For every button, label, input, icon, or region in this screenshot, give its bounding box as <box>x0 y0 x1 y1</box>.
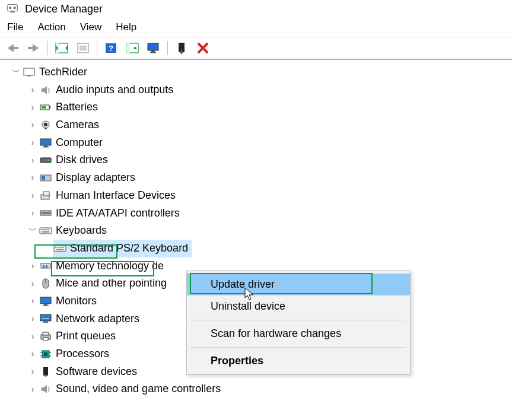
menu-file[interactable]: File <box>7 21 23 33</box>
svg-rect-56 <box>46 265 47 268</box>
svg-rect-46 <box>42 231 49 233</box>
svg-rect-30 <box>44 145 47 147</box>
context-menu-properties[interactable]: Properties <box>187 350 410 372</box>
svg-rect-37 <box>43 192 49 196</box>
menu-view[interactable]: View <box>80 21 102 33</box>
help-button[interactable]: ? <box>102 40 120 56</box>
collapse-icon[interactable]: ﹀ <box>11 65 21 79</box>
expand-icon[interactable]: › <box>27 312 38 326</box>
svg-rect-48 <box>55 247 56 248</box>
context-menu-item-label: Properties <box>211 355 263 367</box>
tree-node-audio[interactable]: › Audio inputs and outputs <box>2 81 510 99</box>
svg-rect-20 <box>181 49 182 52</box>
computer-root-icon <box>23 66 36 78</box>
software-device-icon <box>39 366 52 378</box>
expand-icon[interactable]: › <box>27 83 38 97</box>
battery-icon <box>39 101 52 113</box>
menu-bar: File Action View Help <box>0 18 512 37</box>
memory-icon <box>39 260 52 272</box>
tree-node-hid[interactable]: › Human Interface Devices <box>2 187 510 205</box>
expand-icon[interactable]: › <box>27 365 38 378</box>
svg-point-27 <box>44 123 47 126</box>
svg-rect-55 <box>43 265 44 268</box>
svg-rect-31 <box>43 147 49 148</box>
svg-rect-28 <box>44 128 47 129</box>
uninstall-button[interactable] <box>194 40 212 56</box>
svg-rect-24 <box>49 106 50 109</box>
context-menu: Update driver Uninstall device Scan for … <box>186 271 411 375</box>
tree-node-computer[interactable]: › Computer <box>2 134 510 152</box>
expand-icon[interactable]: › <box>27 383 38 396</box>
expand-icon[interactable]: › <box>27 347 38 361</box>
hid-icon <box>39 190 52 202</box>
expand-icon[interactable]: › <box>27 259 38 273</box>
monitor-button[interactable] <box>145 40 163 56</box>
expand-icon[interactable]: › <box>27 277 38 291</box>
svg-rect-49 <box>57 247 58 248</box>
tree-node-label: Sound, video and game controllers <box>56 380 221 398</box>
speaker-icon <box>39 84 52 96</box>
svg-rect-61 <box>43 305 49 306</box>
keyboard-icon <box>39 225 52 237</box>
svg-rect-5 <box>28 47 34 49</box>
context-menu-scan[interactable]: Scan for hardware changes <box>187 323 410 345</box>
svg-point-33 <box>48 160 50 161</box>
tree-node-label: Disk drives <box>56 151 108 169</box>
tree-node-label: Keyboards <box>56 222 107 240</box>
svg-rect-73 <box>43 367 48 376</box>
svg-rect-39 <box>42 212 50 214</box>
svg-text:?: ? <box>109 44 113 53</box>
tree-node-display[interactable]: › Display adapters <box>2 169 510 187</box>
svg-rect-66 <box>43 338 48 341</box>
expand-icon[interactable]: › <box>27 154 38 167</box>
tree-device-label: Standard PS/2 Keyboard <box>70 240 188 257</box>
tree-node-keyboards[interactable]: ﹀ Keyboards <box>2 222 510 240</box>
svg-rect-22 <box>27 75 31 77</box>
tree-node-disk[interactable]: › Disk drives <box>2 151 510 169</box>
svg-rect-16 <box>148 43 158 50</box>
tree-node-label: Audio inputs and outputs <box>56 81 173 99</box>
update-driver-button[interactable] <box>173 40 190 56</box>
toolbar-separator <box>47 41 48 55</box>
forward-button[interactable] <box>25 40 43 56</box>
tree-root[interactable]: ﹀ TechRider <box>2 63 510 81</box>
expand-icon[interactable]: › <box>27 294 38 308</box>
menu-help[interactable]: Help <box>116 21 136 33</box>
properties-button[interactable] <box>74 40 92 56</box>
expand-icon[interactable]: › <box>27 101 38 114</box>
expand-icon[interactable]: › <box>27 171 38 184</box>
tree-node-label: Computer <box>56 134 103 152</box>
context-menu-update-driver[interactable]: Update driver <box>187 273 410 295</box>
svg-rect-41 <box>41 229 42 230</box>
tree-node-ide[interactable]: › IDE ATA/ATAPI controllers <box>2 205 510 222</box>
back-button[interactable] <box>4 40 21 56</box>
toolbar-separator <box>167 41 168 55</box>
printer-icon <box>39 330 52 342</box>
menu-action[interactable]: Action <box>37 21 65 33</box>
context-menu-uninstall[interactable]: Uninstall device <box>187 295 410 317</box>
expand-icon[interactable]: › <box>27 136 38 149</box>
tree-node-batteries[interactable]: › Batteries <box>2 98 510 116</box>
context-menu-item-label: Uninstall device <box>211 300 285 312</box>
collapse-icon[interactable]: ﹀ <box>27 224 38 237</box>
scan-button[interactable] <box>123 40 141 56</box>
tree-node-cameras[interactable]: › Cameras <box>2 116 510 134</box>
tree-device-standard-keyboard[interactable]: Standard PS/2 Keyboard <box>2 240 510 257</box>
svg-rect-51 <box>61 247 62 248</box>
title-bar: Device Manager <box>0 0 512 18</box>
disk-icon <box>39 154 52 166</box>
expand-icon[interactable]: › <box>27 189 38 202</box>
svg-rect-52 <box>62 247 63 248</box>
show-hide-console-button[interactable] <box>53 40 71 56</box>
expand-icon[interactable]: › <box>27 118 38 132</box>
expand-icon[interactable]: › <box>27 330 38 343</box>
svg-rect-63 <box>43 322 48 323</box>
tree-node-sound[interactable]: › Sound, video and game controllers <box>2 380 510 398</box>
tree-root-label: TechRider <box>39 63 87 81</box>
toolbar: ? <box>0 37 512 60</box>
tree-node-label: Mice and other pointing <box>56 275 167 292</box>
svg-rect-62 <box>40 314 51 321</box>
window-title: Device Manager <box>25 3 103 15</box>
toolbar-separator <box>97 41 97 55</box>
expand-icon[interactable]: › <box>27 206 38 220</box>
